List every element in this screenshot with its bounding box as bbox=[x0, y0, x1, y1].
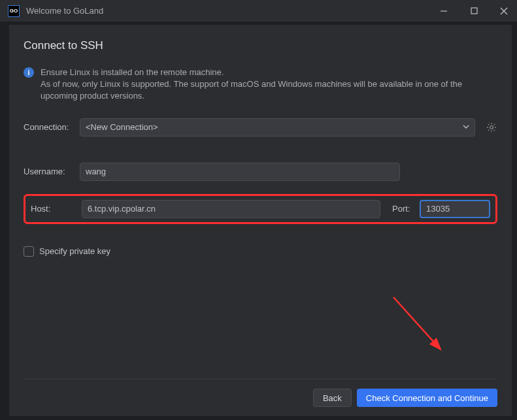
minimize-icon[interactable] bbox=[439, 6, 449, 16]
username-field[interactable] bbox=[86, 167, 394, 176]
info-line-1: Ensure Linux is installed on the remote … bbox=[41, 67, 224, 77]
info-icon: i bbox=[24, 67, 34, 78]
info-banner: i Ensure Linux is installed on the remot… bbox=[24, 67, 497, 103]
connection-label: Connection: bbox=[24, 122, 75, 132]
svg-line-5 bbox=[393, 297, 441, 349]
annotation-arrow bbox=[388, 292, 454, 364]
close-icon[interactable] bbox=[499, 6, 509, 16]
specify-key-row: Specify private key bbox=[24, 246, 497, 257]
info-line-2: As of now, only Linux is supported. The … bbox=[41, 79, 462, 101]
svg-rect-1 bbox=[471, 8, 477, 14]
titlebar: GO Welcome to GoLand bbox=[0, 0, 517, 22]
port-input[interactable] bbox=[420, 200, 490, 218]
specify-key-label: Specify private key bbox=[39, 246, 110, 256]
chevron-down-icon bbox=[463, 122, 469, 132]
maximize-icon[interactable] bbox=[469, 6, 479, 16]
specify-key-checkbox[interactable] bbox=[24, 246, 34, 257]
window-title: Welcome to GoLand bbox=[26, 6, 439, 16]
app-logo: GO bbox=[8, 5, 20, 17]
dialog-footer: Back Check Connection and Continue bbox=[24, 379, 497, 407]
host-input[interactable] bbox=[82, 200, 380, 218]
ssh-dialog: Connect to SSH i Ensure Linux is install… bbox=[9, 25, 512, 416]
username-label: Username: bbox=[24, 167, 75, 176]
gear-icon[interactable] bbox=[486, 121, 497, 133]
background-sidebar bbox=[0, 22, 9, 420]
username-input[interactable] bbox=[80, 163, 400, 181]
username-row: Username: bbox=[24, 163, 497, 181]
info-text: Ensure Linux is installed on the remote … bbox=[41, 67, 497, 103]
connection-value: <New Connection> bbox=[86, 122, 158, 132]
connection-select[interactable]: <New Connection> bbox=[80, 118, 475, 137]
back-button[interactable]: Back bbox=[313, 389, 352, 407]
host-port-highlight: Host: Port: bbox=[24, 194, 497, 224]
check-connection-button[interactable]: Check Connection and Continue bbox=[357, 389, 497, 407]
port-label: Port: bbox=[392, 204, 414, 214]
host-field[interactable] bbox=[88, 204, 375, 214]
svg-point-4 bbox=[490, 125, 493, 129]
port-field[interactable] bbox=[426, 204, 484, 214]
connection-row: Connection: <New Connection> bbox=[24, 118, 497, 137]
host-label: Host: bbox=[31, 204, 76, 214]
dialog-heading: Connect to SSH bbox=[24, 39, 497, 52]
